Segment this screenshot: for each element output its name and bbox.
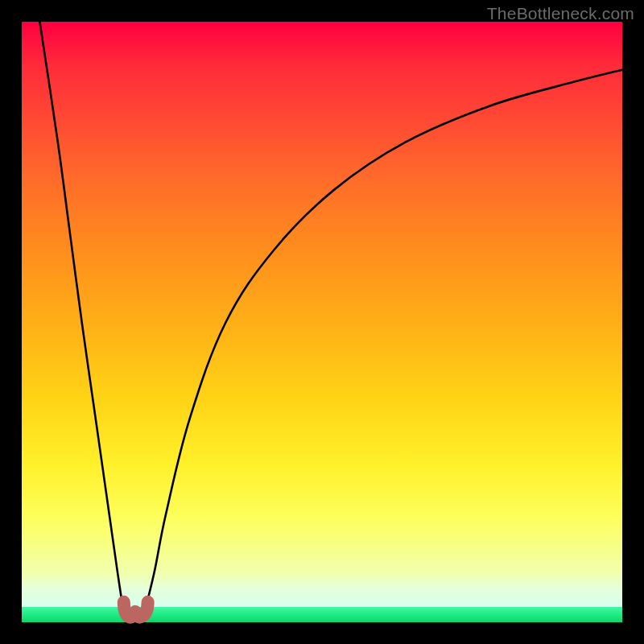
curve-group [39,22,622,622]
curves-svg [22,22,622,622]
attribution-label: TheBottleneck.com [487,4,634,23]
trough-marker [124,602,148,617]
chart-frame: TheBottleneck.com [0,0,644,644]
curve-left-branch [39,22,130,622]
curve-right-branch [142,70,622,622]
plot-area [22,22,622,622]
